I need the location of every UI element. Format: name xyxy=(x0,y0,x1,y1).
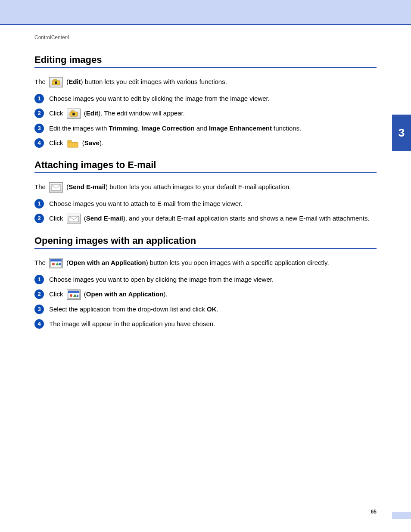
steps-openapp: 1 Choose images you want to open by clic… xyxy=(34,274,377,329)
text: Select the application from the drop-dow… xyxy=(49,305,207,313)
step-number-icon: 1 xyxy=(34,199,44,208)
chapter-tab: 3 xyxy=(392,115,411,151)
step-text: Choose images you want to open by clicki… xyxy=(49,274,377,285)
step-text: Click (Edit). The edit window will appea… xyxy=(49,108,377,119)
bold: OK xyxy=(207,305,217,313)
bold: Image Correction xyxy=(141,124,194,132)
open-with-app-icon xyxy=(49,258,63,268)
text: ). xyxy=(100,139,103,146)
svg-rect-15 xyxy=(68,291,79,293)
step-text: Select the application from the drop-dow… xyxy=(49,304,377,314)
step-text: Choose images you want to attach to E-ma… xyxy=(49,199,377,209)
svg-rect-5 xyxy=(72,111,74,112)
label: Open with an Application xyxy=(68,259,146,266)
step-text: Edit the images with Trimming, Image Cor… xyxy=(49,123,377,134)
open-with-app-icon xyxy=(67,289,81,300)
step-number-icon: 3 xyxy=(34,124,44,133)
svg-point-4 xyxy=(72,113,75,115)
text: . xyxy=(217,305,218,313)
step-number-icon: 2 xyxy=(34,109,44,118)
intro-openapp: The (Open with an Application) button le… xyxy=(34,258,377,268)
text: , xyxy=(138,124,141,132)
steps-email: 1 Choose images you want to attach to E-… xyxy=(34,199,377,224)
edit-icon xyxy=(67,109,81,119)
label: Edit xyxy=(86,109,98,117)
step-2: 2 Click (Open with an Application). xyxy=(34,289,377,300)
text: ), and your default E-mail application s… xyxy=(123,215,370,222)
step-3: 3 Select the application from the drop-d… xyxy=(34,304,377,314)
svg-rect-6 xyxy=(68,140,72,142)
page: 3 ControlCenter4 Editing images The (Edi… xyxy=(0,0,411,532)
step-text: Click (Send E-mail), and your default E-… xyxy=(49,213,377,224)
step-1: 1 Choose images you want to attach to E-… xyxy=(34,199,377,209)
step-number-icon: 3 xyxy=(34,305,44,314)
text: Edit the images with xyxy=(49,124,109,132)
step-number-icon: 2 xyxy=(34,214,44,223)
bold: Trimming xyxy=(109,124,138,132)
bold: Image Enhancement xyxy=(209,124,272,132)
step-text: Choose images you want to edit by clicki… xyxy=(49,93,377,104)
step-number-icon: 4 xyxy=(34,138,44,148)
label: Send E-mail xyxy=(68,183,106,190)
label: Open with an Application xyxy=(86,290,163,298)
step-text: Click (Save). xyxy=(49,138,377,148)
step-1: 1 Choose images you want to edit by clic… xyxy=(34,93,377,104)
step-number-icon: 1 xyxy=(34,275,44,284)
step-1: 1 Choose images you want to open by clic… xyxy=(34,274,377,285)
step-4: 4 The image will appear in the applicati… xyxy=(34,319,377,329)
mail-icon xyxy=(49,182,63,193)
svg-point-16 xyxy=(70,294,72,297)
text: The xyxy=(34,183,47,190)
text: The xyxy=(34,78,47,85)
section-heading-openapp: Opening images with an application xyxy=(34,235,377,249)
step-2: 2 Click (Send E-mail), and your default … xyxy=(34,213,377,224)
text: ). xyxy=(163,290,167,298)
intro-editing: The (Edit) button lets you edit images w… xyxy=(34,77,377,87)
svg-rect-10 xyxy=(50,259,62,261)
label: Send E-mail xyxy=(86,215,123,222)
header-rule xyxy=(0,24,411,25)
label: Save xyxy=(84,139,100,146)
text: and xyxy=(195,124,209,132)
text: functions. xyxy=(272,124,301,132)
text: ) button lets you attach images to your … xyxy=(106,183,291,190)
text: ). The edit window will appear. xyxy=(98,109,185,117)
step-number-icon: 4 xyxy=(34,319,44,329)
text: Click xyxy=(49,290,65,298)
text: ) button lets you edit images with vario… xyxy=(81,78,227,85)
svg-rect-2 xyxy=(54,79,56,81)
text: ) button lets you open images with a spe… xyxy=(146,259,329,266)
steps-editing: 1 Choose images you want to edit by clic… xyxy=(34,93,377,148)
folder-icon xyxy=(67,139,79,148)
label: Edit xyxy=(68,78,81,85)
text: Click xyxy=(49,109,65,117)
footer-band xyxy=(392,512,411,519)
mail-icon xyxy=(67,214,81,224)
text: Click xyxy=(49,139,65,146)
svg-point-11 xyxy=(52,263,55,265)
step-number-icon: 1 xyxy=(34,94,44,103)
step-text: The image will appear in the application… xyxy=(49,319,377,329)
step-text: Click (Open with an Application). xyxy=(49,289,377,300)
page-number: 65 xyxy=(371,509,377,515)
svg-rect-13 xyxy=(59,263,61,265)
text: Click xyxy=(49,215,65,222)
svg-rect-18 xyxy=(77,295,78,297)
section-heading-editing: Editing images xyxy=(34,54,377,68)
step-number-icon: 2 xyxy=(34,289,44,299)
text: The xyxy=(34,259,47,266)
header-band xyxy=(0,0,411,24)
step-4: 4 Click (Save). xyxy=(34,138,377,148)
step-2: 2 Click (Edit). The edit window will app… xyxy=(34,108,377,119)
step-3: 3 Edit the images with Trimming, Image C… xyxy=(34,123,377,134)
breadcrumb: ControlCenter4 xyxy=(34,34,377,40)
edit-icon xyxy=(49,77,63,87)
section-heading-email: Attaching images to E-mail xyxy=(34,159,377,173)
intro-email: The (Send E-mail) button lets you attach… xyxy=(34,182,377,193)
svg-point-1 xyxy=(55,81,57,84)
content-area: ControlCenter4 Editing images The (Edit)… xyxy=(34,34,377,333)
